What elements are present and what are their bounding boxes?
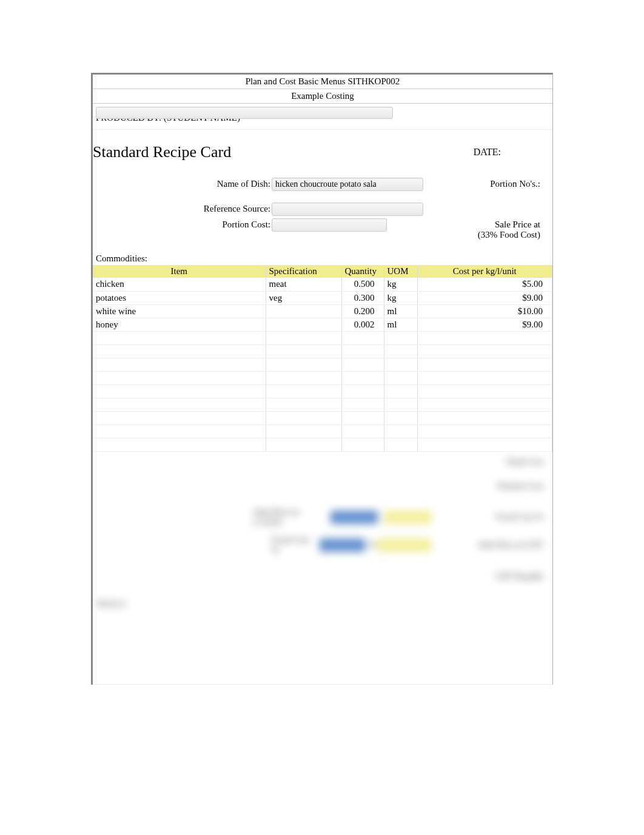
sale-price-label-1: Sale Price at bbox=[423, 220, 540, 230]
portion-nos-label: Portion No's.: bbox=[423, 178, 549, 189]
table-row bbox=[93, 411, 552, 424]
date-label: DATE: bbox=[474, 147, 549, 158]
gst-payable-label: GST Payable bbox=[495, 571, 543, 582]
name-of-dish-input[interactable]: hicken choucroute potato sala bbox=[272, 178, 423, 191]
cell-cost[interactable]: $9.00 bbox=[417, 291, 552, 304]
reference-source-label: Reference Source: bbox=[96, 203, 272, 214]
table-row: potatoes veg 0.300 kg $9.00 bbox=[93, 291, 552, 304]
recipe-card-container: Plan and Cost Basic Menus SITHKOP002 Exa… bbox=[91, 73, 553, 685]
cell-spec[interactable]: veg bbox=[266, 291, 341, 304]
blurred-summary-area: Total Cost Portion Cost Sale Price at (+… bbox=[93, 452, 552, 612]
reference-source-row: Reference Source: bbox=[93, 201, 552, 217]
portion-cost-label: Portion Cost: bbox=[96, 218, 272, 230]
cell-qty[interactable]: 0.200 bbox=[341, 304, 384, 318]
header-specification: Specification bbox=[266, 265, 341, 278]
reference-source-input[interactable] bbox=[272, 203, 423, 216]
table-header-row: Item Specification Quantity UOM Cost per… bbox=[93, 265, 552, 278]
name-of-dish-label: Name of Dish: bbox=[96, 178, 272, 189]
table-row bbox=[93, 424, 552, 438]
name-of-dish-row: Name of Dish: hicken choucroute potato s… bbox=[93, 176, 552, 192]
food-cost-yellow[interactable] bbox=[377, 538, 431, 552]
sale-price-label-2: (33% Food Cost) bbox=[423, 230, 540, 240]
cell-qty[interactable]: 0.002 bbox=[341, 318, 384, 331]
table-row: honey 0.002 ml $9.00 bbox=[93, 318, 552, 331]
cell-uom[interactable]: kg bbox=[384, 291, 417, 304]
sale-price-gst-right-label: Sale Price at GST bbox=[478, 540, 543, 549]
table-row bbox=[93, 344, 552, 358]
total-cost-label: Total Cost bbox=[506, 457, 543, 467]
cell-item[interactable]: chicken bbox=[93, 278, 266, 291]
portion-cost-input[interactable] bbox=[272, 218, 387, 232]
table-row bbox=[93, 371, 552, 384]
cell-qty[interactable]: 0.500 bbox=[341, 278, 384, 291]
table-row bbox=[93, 398, 552, 411]
name-of-dish-value: hicken choucroute potato sala bbox=[275, 179, 377, 189]
food-cost-pct-label: Food Cost % bbox=[272, 535, 317, 555]
cell-uom[interactable]: ml bbox=[384, 304, 417, 318]
sale-price-gst-yellow[interactable] bbox=[384, 511, 431, 524]
table-row bbox=[93, 438, 552, 451]
table-row bbox=[93, 384, 552, 398]
cell-cost[interactable]: $9.00 bbox=[417, 318, 552, 331]
header-quantity: Quantity bbox=[341, 265, 384, 278]
sale-price-gst-input[interactable] bbox=[330, 511, 378, 524]
bottom-spacer bbox=[93, 612, 552, 685]
cell-spec[interactable] bbox=[266, 318, 341, 331]
commodities-table: Item Specification Quantity UOM Cost per… bbox=[93, 265, 552, 452]
cell-cost[interactable]: $10.00 bbox=[417, 304, 552, 318]
produced-by-input[interactable] bbox=[96, 107, 393, 119]
cell-uom[interactable]: kg bbox=[384, 278, 417, 291]
cell-uom[interactable]: ml bbox=[384, 318, 417, 331]
portion-cost-summary-label: Portion Cost bbox=[498, 481, 543, 491]
table-row: chicken meat 0.500 kg $5.00 bbox=[93, 278, 552, 291]
cell-spec[interactable]: meat bbox=[266, 278, 341, 291]
header-line-1: Plan and Cost Basic Menus SITHKOP002 bbox=[93, 75, 552, 89]
cell-spec[interactable] bbox=[266, 304, 341, 318]
title-row: Standard Recipe Card DATE: bbox=[93, 128, 552, 176]
cell-item[interactable]: honey bbox=[93, 318, 266, 331]
header-line-2: Example Costing bbox=[93, 89, 552, 104]
page-title: Standard Recipe Card bbox=[93, 143, 231, 161]
table-row bbox=[93, 358, 552, 371]
header-item: Item bbox=[93, 265, 266, 278]
cell-item[interactable]: white wine bbox=[93, 304, 266, 318]
table-row bbox=[93, 331, 552, 344]
percent-sign: % bbox=[368, 540, 376, 550]
cell-qty[interactable]: 0.300 bbox=[341, 291, 384, 304]
commodities-label: Commodities: bbox=[93, 241, 552, 265]
table-row: white wine 0.200 ml $10.00 bbox=[93, 304, 552, 318]
header-cost: Cost per kg/l/unit bbox=[417, 265, 552, 278]
food-cost-pct-right-label: Food Cost % bbox=[496, 512, 543, 521]
sale-price-gst-label: Sale Price at (+GST) bbox=[253, 507, 327, 528]
portion-cost-row: Portion Cost: Sale Price at (33% Food Co… bbox=[93, 217, 552, 241]
food-cost-pct-input[interactable] bbox=[320, 538, 365, 552]
header-uom: UOM bbox=[384, 265, 417, 278]
cell-cost[interactable]: $5.00 bbox=[417, 278, 552, 291]
method-label: Method: bbox=[93, 586, 552, 612]
cell-item[interactable]: potatoes bbox=[93, 291, 266, 304]
